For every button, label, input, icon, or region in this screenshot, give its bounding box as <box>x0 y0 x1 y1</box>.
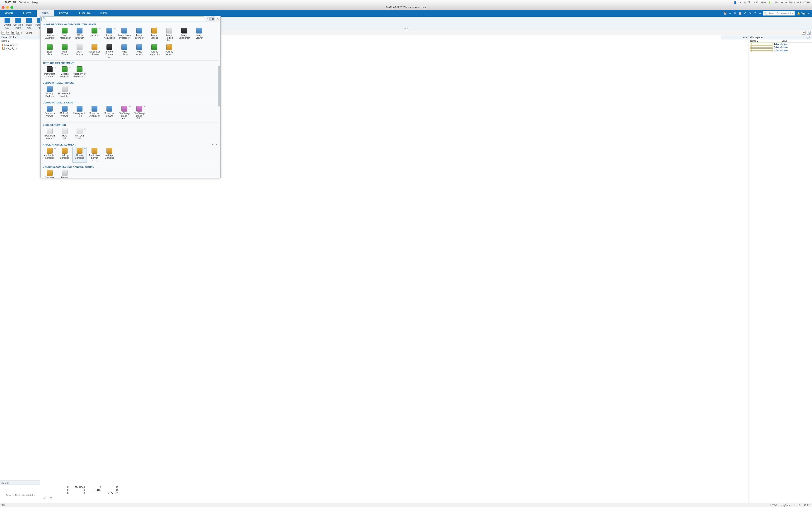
workspace-col-value[interactable]: Value <box>780 39 812 42</box>
favorite-star-icon[interactable]: ★ <box>114 27 116 30</box>
file-item[interactable]: test_eig.m <box>1 47 39 50</box>
addon-icon[interactable]: ◈ <box>758 11 762 15</box>
app-stereo-camera-c-[interactable]: Stereo CameraC... <box>102 43 117 59</box>
app-genomics-viewer[interactable]: GenomicsViewer <box>42 105 57 121</box>
app-web-app-compiler[interactable]: Web AppCompiler <box>102 147 117 163</box>
favorite-star-icon[interactable]: ★ <box>69 66 71 69</box>
app-color-thresholder[interactable]: ColorThresholder <box>57 27 72 43</box>
copy-icon[interactable]: ⧉ <box>733 11 737 15</box>
app-ocr-trainer[interactable]: OCRTrainer <box>72 43 87 59</box>
app-binning-explorer[interactable]: BinningExplorer <box>42 85 57 99</box>
app-volume-segmenter[interactable]: VolumeSegmenter <box>147 43 161 59</box>
view-grid-button[interactable]: ▦ <box>210 16 215 21</box>
app-library-compiler[interactable]: ★LibraryCompiler <box>72 147 87 163</box>
forward-button[interactable]: ⇒ <box>6 31 10 35</box>
gallery-close-button[interactable]: ✕ <box>216 17 219 20</box>
app-map-viewer[interactable]: MapViewer <box>57 43 72 59</box>
menubar-app-name[interactable]: MATLAB <box>5 1 16 4</box>
save-icon[interactable]: 💾 <box>723 11 727 15</box>
app-econometric-modeler[interactable]: EconometricModeler <box>57 85 72 99</box>
gallery-search-input[interactable]: 🔍 <box>42 16 204 21</box>
gallery-body[interactable]: IMAGE PROCESSING AND COMPUTER VISIONCame… <box>41 21 220 178</box>
app-fixed-point-converter[interactable]: Fixed-PointConverter <box>42 127 57 140</box>
app-raspberry-pi-resource-[interactable]: Raspberry PiResource ... <box>72 65 87 79</box>
path-dropdown-button[interactable]: ▾ <box>802 31 806 35</box>
path-sep[interactable]: / ▸ <box>21 31 24 34</box>
search-doc-input[interactable]: 🔍 Search Documentation <box>763 11 795 16</box>
app-image-acquisition[interactable]: ★ImageAcquisition <box>102 27 117 43</box>
current-folder-name-col[interactable]: Name ▴ <box>0 39 40 43</box>
app-camera-calibrator[interactable]: CameraCalibrator <box>42 27 57 43</box>
sign-in-button[interactable]: 🔔 Sign In <box>796 12 810 15</box>
battery-1-icon[interactable]: 🔋 <box>768 1 771 4</box>
redo-icon[interactable]: ↷ <box>748 11 752 15</box>
favorite-star-icon[interactable]: ★ <box>144 105 146 108</box>
app-video-labeler[interactable]: VideoLabeler <box>117 43 132 59</box>
back-button[interactable]: ⇐ <box>1 31 5 35</box>
app-hyperspe-[interactable]: ★Hyperspe... <box>87 27 102 43</box>
app-production-server-co-[interactable]: Production ServerCo... <box>87 147 102 163</box>
minimize-panel-icon[interactable]: ⊙ <box>743 36 745 39</box>
workspace-var-row[interactable]: D4x4 double <box>749 46 812 49</box>
datetime[interactable]: Fri Mar 5 10:44:47 PM <box>785 1 810 4</box>
browse-button[interactable]: 🗁 <box>16 31 20 35</box>
app-simbiology-model-an-[interactable]: ★SimBiology ModelAn... <box>117 105 132 121</box>
close-panel-icon[interactable]: ✕ <box>746 36 748 39</box>
status-left-icon[interactable]: ▥▾ <box>1 504 5 507</box>
app-volume-viewer[interactable]: VolumeViewer <box>162 43 176 59</box>
favorite-star-icon[interactable]: ★ <box>84 127 86 130</box>
file-item[interactable]: eigFunc.m <box>1 44 39 47</box>
user-icon[interactable]: 👤 <box>733 1 737 4</box>
paste-icon[interactable]: 📋 <box>738 11 742 15</box>
app-sequence-viewer[interactable]: SequenceViewer <box>102 105 117 121</box>
app-image-labeler[interactable]: ImageLabeler <box>147 27 161 43</box>
workspace-var-row[interactable]: V4x4 double <box>749 49 812 52</box>
favorite-star-icon[interactable]: ★ <box>84 147 86 150</box>
menu-window[interactable]: Window <box>19 1 29 4</box>
favorite-star-icon[interactable]: ★ <box>129 105 131 108</box>
app-hdl-coder[interactable]: HDLCoder <box>57 127 72 140</box>
battery-2-icon[interactable]: 🖱 <box>781 1 783 4</box>
app-phylogenetic-tree[interactable]: PhylogeneticTree <box>72 105 87 121</box>
app-image-segmenter[interactable]: ImageSegmenter <box>177 27 192 43</box>
app-registration-estimator[interactable]: RegistrationEstimator <box>87 43 102 59</box>
app-lidar-labeler[interactable]: LidarLabeler <box>42 43 57 59</box>
move-down-icon[interactable]: ▼ <box>215 143 218 146</box>
tab-plots[interactable]: PLOTS <box>18 10 37 17</box>
app-modbus-explorer[interactable]: ★ModbusExplorer <box>57 65 72 79</box>
net-speed-icon[interactable]: ⇅ <box>748 1 750 4</box>
help-icon[interactable]: ? <box>753 11 757 15</box>
minimize-window-button[interactable] <box>6 6 9 9</box>
favorite-star-icon[interactable]: ★ <box>99 27 101 30</box>
app-image-browser[interactable]: ImageBrowser <box>132 27 147 43</box>
move-up-icon[interactable]: ▲ <box>211 143 214 146</box>
app-image-batch-processor[interactable]: Image BatchProcessor <box>117 27 132 43</box>
app-molecule-viewer[interactable]: MoleculeViewer <box>57 105 72 121</box>
close-window-button[interactable] <box>2 6 5 9</box>
cut-icon[interactable]: ✂ <box>728 11 732 15</box>
zoom-window-button[interactable] <box>10 6 13 9</box>
menu-help[interactable]: Help <box>32 1 38 4</box>
gallery-search-field[interactable] <box>47 17 202 20</box>
path-search-button[interactable]: 🔍 <box>807 31 811 35</box>
app-matlab-coder[interactable]: ★MATLABCoder <box>72 127 87 140</box>
app-image-region-an-[interactable]: Image RegionAn... <box>162 27 176 43</box>
fx-icon[interactable]: fx <box>44 496 46 499</box>
sync-icon[interactable]: ⟲ <box>744 1 746 4</box>
display-icon[interactable]: 🖥 <box>739 1 742 4</box>
path-segment[interactable]: Users <box>26 32 32 34</box>
view-list-button[interactable]: ≡ <box>205 16 210 21</box>
favorite-star-icon[interactable]: ★ <box>54 66 56 69</box>
workspace-var-row[interactable]: A4x4 double <box>749 43 812 46</box>
app-video-viewer[interactable]: VideoViewer <box>132 43 147 59</box>
app-dicom-browser[interactable]: DICOMBrowser <box>72 27 87 43</box>
app-application-compiler[interactable]: ★ApplicationCompiler <box>42 147 57 163</box>
up-folder-button[interactable]: 🗀 <box>11 31 15 35</box>
app-database-explorer[interactable]: DatabaseExplorer <box>42 169 57 178</box>
tab-home[interactable]: HOME <box>0 10 18 17</box>
app-simbiology-model-buil-[interactable]: ★SimBiology ModelBuil... <box>132 105 147 121</box>
gallery-scrollbar-thumb[interactable] <box>218 66 220 107</box>
app-sequence-alignment[interactable]: SequenceAlignment <box>87 105 102 121</box>
workspace-col-name[interactable]: Name ▴ <box>749 39 780 42</box>
app-report-generator[interactable]: ReportGenerator <box>57 169 72 178</box>
